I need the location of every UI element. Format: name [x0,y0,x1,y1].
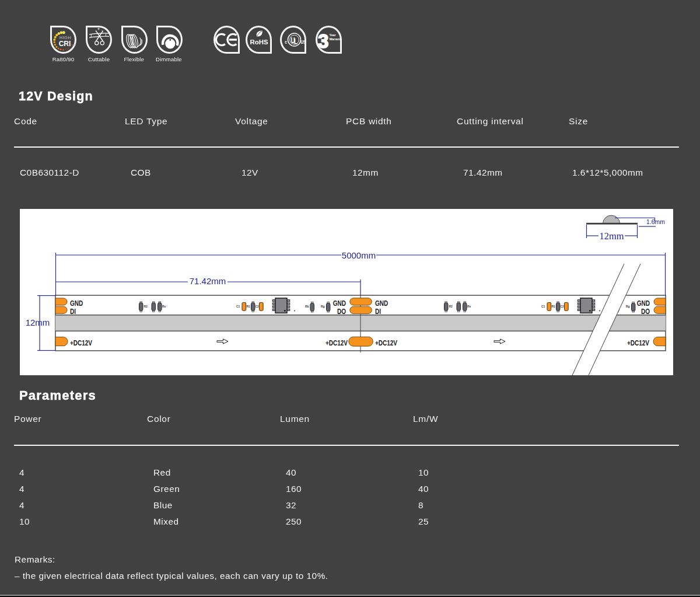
svg-text:GND: GND [333,299,346,306]
svg-text:GND: GND [375,299,388,306]
svg-text:DO: DO [337,307,346,315]
svg-text:GND: GND [70,299,83,306]
svg-text:CRI+: CRI+ [72,44,76,47]
svg-text:DI: DI [375,307,381,315]
svg-text:L: L [294,37,298,47]
svg-text:DO: DO [641,307,650,315]
svg-text:C2: C2 [561,305,565,308]
svg-text:C1: C1 [541,305,545,308]
svg-text:DI: DI [70,307,76,315]
svg-text:+DC12V: +DC12V [326,338,348,346]
svg-text:R1: R1 [247,305,251,308]
svg-text:+DC12V: +DC12V [70,338,92,346]
svg-text:Rg: Rg [321,305,325,308]
svg-text:c: c [285,39,287,45]
svg-text:Rv: Rv [467,305,471,308]
svg-text:C2: C2 [256,305,260,308]
svg-text:US: US [300,39,306,45]
svg-text:R2: R2 [449,305,453,308]
svg-text:R1: R1 [552,305,556,308]
svg-text:GND: GND [637,299,650,306]
svg-text:+DC12V: +DC12V [375,338,397,346]
svg-text:Rg: Rg [626,305,630,308]
svg-text:Rv: Rv [162,305,166,308]
svg-text:R2: R2 [144,305,148,308]
svg-text:RoHS: RoHS [250,39,268,46]
svg-text:Year: Year [330,33,336,37]
svg-text:CRI: CRI [59,40,71,48]
svg-text:3: 3 [318,30,328,52]
svg-text:+DC12V: +DC12V [627,338,649,346]
svg-text:C1: C1 [236,305,240,308]
svg-text:Warranty: Warranty [330,37,342,41]
svg-text:Rb: Rb [305,305,309,308]
